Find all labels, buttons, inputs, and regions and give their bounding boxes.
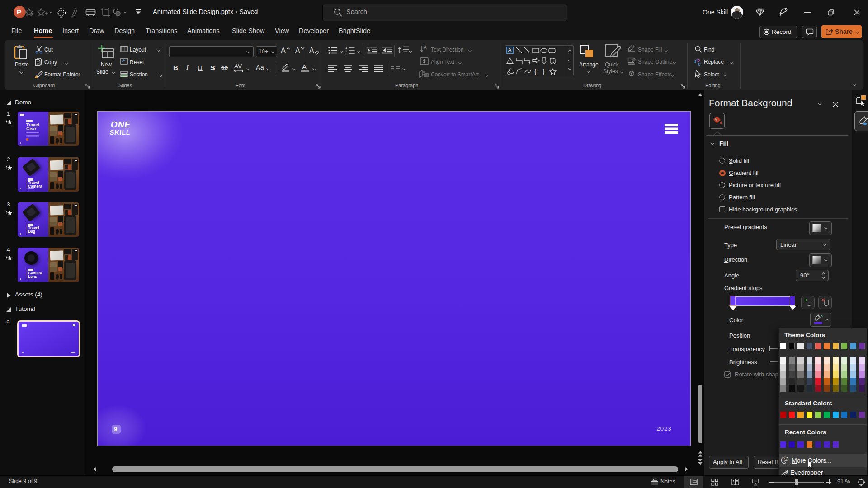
svg-text:A: A	[424, 45, 427, 50]
svg-text:3: 3	[345, 52, 347, 56]
svg-text:c: c	[698, 61, 701, 66]
